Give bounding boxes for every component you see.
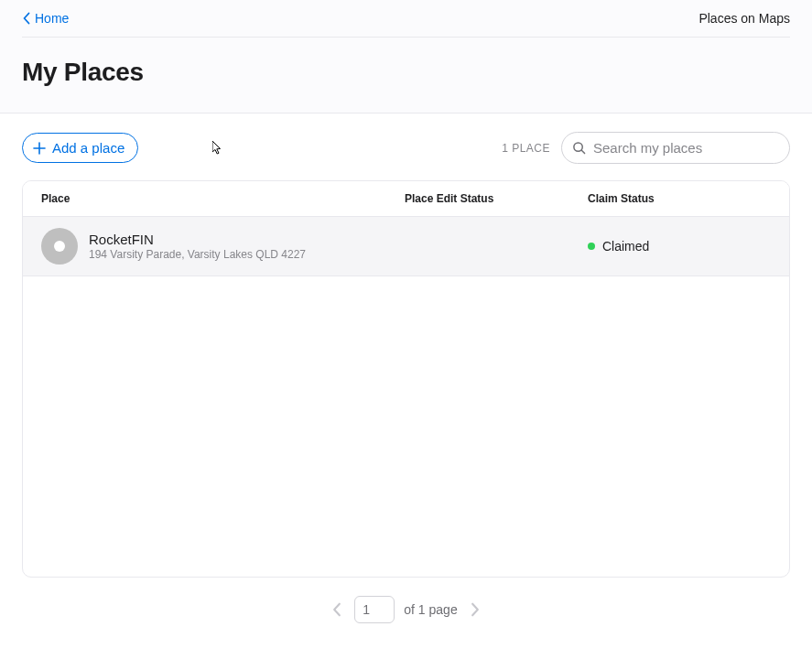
place-count-label: 1 PLACE: [502, 142, 550, 155]
add-place-button[interactable]: Add a place: [22, 133, 138, 163]
back-home-label: Home: [35, 11, 69, 26]
page-title: My Places: [0, 38, 812, 113]
svg-line-3: [581, 150, 584, 153]
place-avatar: [41, 228, 78, 265]
place-name: RocketFIN: [89, 232, 306, 247]
plus-icon: [32, 141, 47, 156]
chevron-left-icon: [22, 12, 31, 25]
pagination: of 1 page: [22, 596, 790, 623]
column-claim-status: Claim Status: [588, 192, 771, 205]
places-table: Place Place Edit Status Claim Status Roc…: [22, 180, 790, 578]
claim-status-label: Claimed: [602, 239, 649, 254]
column-edit-status: Place Edit Status: [405, 192, 588, 205]
next-page-button[interactable]: [467, 599, 483, 621]
back-home-link[interactable]: Home: [22, 11, 69, 26]
search-icon: [572, 141, 586, 155]
search-input[interactable]: [561, 132, 790, 164]
table-row[interactable]: RocketFIN 194 Varsity Parade, Varsity La…: [23, 217, 789, 276]
add-place-label: Add a place: [52, 140, 125, 156]
page-number-input[interactable]: [354, 596, 395, 623]
place-address: 194 Varsity Parade, Varsity Lakes QLD 42…: [89, 248, 306, 261]
page-total-label: of 1 page: [404, 602, 457, 617]
chevron-right-icon: [471, 602, 480, 617]
table-header: Place Place Edit Status Claim Status: [23, 181, 789, 217]
column-place: Place: [41, 192, 405, 205]
claim-status-cell: Claimed: [588, 239, 771, 254]
chevron-left-icon: [332, 602, 341, 617]
prev-page-button[interactable]: [329, 599, 345, 621]
app-title: Places on Maps: [698, 11, 790, 26]
status-dot-icon: [588, 243, 595, 250]
search-wrap: [561, 132, 790, 164]
